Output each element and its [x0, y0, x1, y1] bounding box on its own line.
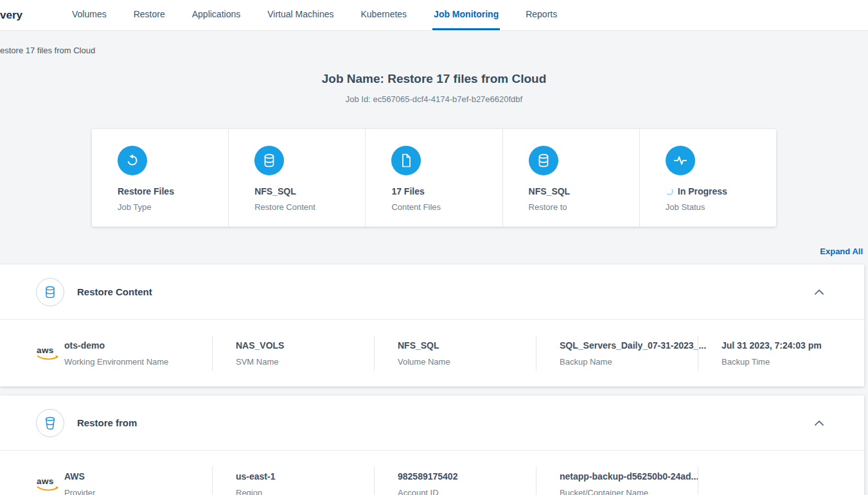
field-empty: [698, 467, 860, 495]
restore-content-header[interactable]: Restore Content: [0, 265, 864, 320]
svg-text:aws: aws: [37, 345, 54, 355]
expand-all-link[interactable]: Expand All: [820, 247, 863, 256]
field-provider: AWS Provider: [64, 467, 212, 495]
job-status-text: In Progress: [678, 186, 727, 196]
summary-value: Restore Files: [118, 186, 228, 196]
tab-restore[interactable]: Restore: [132, 0, 166, 30]
job-summary-card: Restore Files Job Type NFS_SQL Restore C…: [92, 129, 776, 227]
activity-icon: [666, 146, 695, 175]
svg-text:aws: aws: [37, 476, 54, 486]
chevron-up-icon[interactable]: [810, 416, 828, 430]
page-title: Job Name: Restore 17 files from Cloud: [0, 72, 868, 86]
field-label: Account ID: [398, 488, 536, 495]
expand-all-row: Expand All: [0, 245, 868, 257]
summary-label: Content Files: [391, 202, 502, 212]
in-progress-spinner-icon: [666, 187, 673, 195]
summary-item-job-type: Restore Files Job Type: [92, 129, 228, 227]
restore-from-row: aws AWS Provider us-east-1 Region 982589…: [0, 451, 864, 495]
section-restore-from: Restore from aws AWS Provider us-east-1 …: [0, 395, 864, 495]
summary-item-restore-to: NFS_SQL Restore to: [502, 129, 639, 227]
restore-icon: [118, 146, 147, 175]
summary-label: Restore Content: [254, 202, 365, 212]
field-working-environment: ots-demo Working Environment Name: [64, 336, 212, 370]
field-account-id: 982589175402 Account ID: [374, 467, 536, 495]
field-volume-name: NFS_SQL Volume Name: [374, 336, 536, 370]
field-label: Backup Name: [560, 357, 698, 367]
field-value: SQL_Servers_Daily_07-31-2023_...: [560, 340, 698, 351]
app-brand[interactable]: very: [0, 0, 27, 30]
summary-value: NFS_SQL: [254, 186, 365, 196]
aws-logo: aws: [36, 476, 64, 492]
tab-job-monitoring[interactable]: Job Monitoring: [432, 0, 500, 30]
field-value: Jul 31 2023, 7:24:03 pm: [722, 340, 860, 351]
field-bucket-name: netapp-backup-d56250b0-24ad... Bucket/Co…: [536, 467, 698, 495]
field-value: NFS_SQL: [398, 340, 536, 351]
breadcrumb[interactable]: estore 17 files from Cloud: [0, 46, 868, 55]
database-icon: [254, 146, 284, 175]
summary-item-restore-content: NFS_SQL Restore Content: [228, 129, 365, 227]
database-icon: [529, 146, 558, 175]
summary-item-job-status: In Progress Job Status: [639, 129, 776, 227]
restore-content-row: aws ots-demo Working Environment Name NA…: [0, 320, 864, 386]
bucket-icon: [36, 409, 64, 437]
field-label: Provider: [64, 488, 212, 495]
field-value: netapp-backup-d56250b0-24ad...: [560, 471, 698, 482]
job-status-value: In Progress: [666, 186, 776, 196]
field-value: 982589175402: [398, 471, 536, 482]
nav-tabs: Volumes Restore Applications Virtual Mac…: [71, 0, 558, 30]
field-value: AWS: [64, 471, 212, 482]
summary-value: NFS_SQL: [529, 186, 639, 196]
field-backup-name: SQL_Servers_Daily_07-31-2023_... Backup …: [536, 336, 698, 370]
field-label: Region: [236, 488, 374, 495]
field-label: Volume Name: [398, 357, 536, 367]
tab-virtual-machines[interactable]: Virtual Machines: [266, 0, 335, 30]
section-title: Restore from: [77, 417, 137, 428]
field-value: NAS_VOLS: [236, 340, 374, 351]
job-id: Job Id: ec567065-dcf4-4174-b7ef-b27e6620…: [0, 94, 868, 104]
tab-volumes[interactable]: Volumes: [71, 0, 108, 30]
field-value: us-east-1: [236, 471, 374, 482]
section-restore-content: Restore Content aws ots-demo Working Env…: [0, 265, 864, 386]
field-region: us-east-1 Region: [212, 467, 374, 495]
field-label: Working Environment Name: [64, 357, 212, 367]
summary-label: Job Status: [666, 202, 776, 212]
top-navigation: very Volumes Restore Applications Virtua…: [0, 0, 868, 31]
summary-label: Restore to: [529, 202, 639, 212]
field-value: ots-demo: [64, 340, 212, 351]
summary-value: 17 Files: [391, 186, 502, 196]
aws-logo: aws: [36, 345, 64, 361]
summary-item-content-files: 17 Files Content Files: [365, 129, 502, 227]
restore-from-header[interactable]: Restore from: [0, 395, 864, 451]
field-label: Bucket/Container Name: [560, 488, 698, 495]
field-backup-time: Jul 31 2023, 7:24:03 pm Backup Time: [698, 336, 860, 370]
summary-label: Job Type: [118, 202, 228, 212]
tab-kubernetes[interactable]: Kubernetes: [359, 0, 408, 30]
chevron-up-icon[interactable]: [810, 285, 828, 299]
database-icon: [36, 278, 64, 306]
field-label: Backup Time: [722, 357, 860, 367]
field-svm-name: NAS_VOLS SVM Name: [212, 336, 374, 370]
tab-applications[interactable]: Applications: [191, 0, 242, 30]
field-label: SVM Name: [236, 357, 374, 367]
section-title: Restore Content: [77, 286, 152, 297]
files-icon: [391, 146, 421, 175]
tab-reports[interactable]: Reports: [524, 0, 558, 30]
